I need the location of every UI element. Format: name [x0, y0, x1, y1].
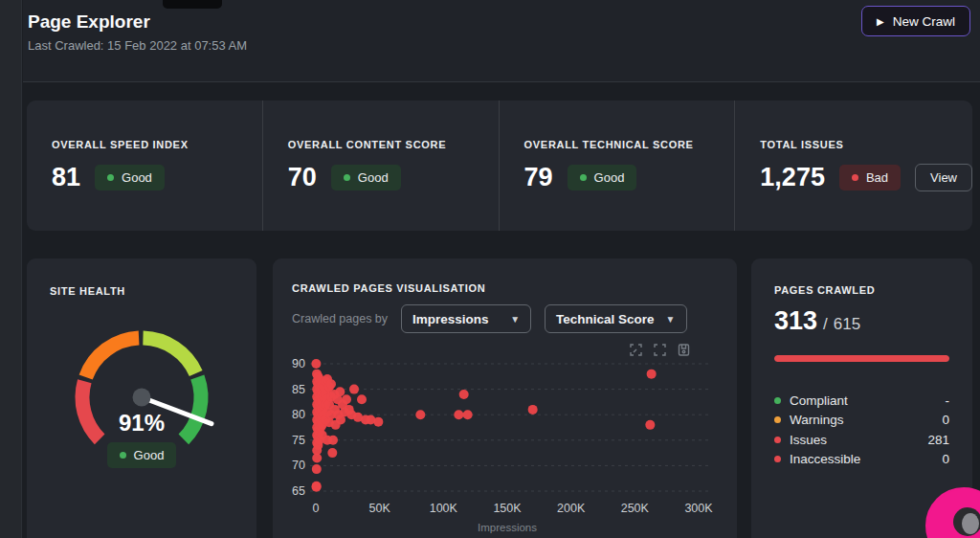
- play-icon: ▶: [877, 16, 884, 27]
- svg-text:70: 70: [292, 459, 305, 472]
- y-axis-metric-dropdown[interactable]: Technical Score ▼: [545, 304, 686, 333]
- site-health-title: SITE HEALTH: [50, 285, 125, 297]
- crawl-progress-fill: [774, 355, 949, 362]
- stat-label: OVERALL SPEED INDEX: [52, 139, 262, 150]
- svg-text:100K: 100K: [430, 502, 458, 515]
- issues-dot-icon: [774, 437, 781, 443]
- legend-row-issues: Issues 281: [774, 430, 949, 450]
- chevron-down-icon: ▼: [666, 314, 676, 325]
- stat-speed-index: OVERALL SPEED INDEX 81 Good: [27, 101, 262, 231]
- status-badge-label: Bad: [866, 170, 888, 185]
- stat-label: TOTAL ISSUES: [760, 139, 972, 150]
- visualisation-title: CRAWLED PAGES VISUALISATION: [292, 282, 485, 294]
- stat-value: 70: [288, 163, 317, 192]
- pages-crawled-total: 615: [834, 315, 860, 334]
- legend-value: -: [946, 393, 950, 408]
- legend-value: 0: [942, 413, 949, 427]
- status-badge-label: Good: [358, 170, 389, 185]
- svg-text:250K: 250K: [621, 502, 650, 515]
- crawl-progress-bar: [774, 355, 949, 362]
- dropdown-selected-value: Impressions: [412, 312, 489, 326]
- stat-value: 81: [52, 163, 80, 192]
- overview-stats-card: OVERALL SPEED INDEX 81 Good OVERALL CONT…: [27, 101, 972, 231]
- crawl-status-legend: Compliant - Warnings 0 Issues 281 Inacce…: [774, 391, 949, 469]
- stat-value: 1,275: [760, 163, 825, 192]
- svg-text:300K: 300K: [684, 502, 713, 515]
- status-badge: Good: [331, 165, 401, 191]
- svg-text:85: 85: [292, 383, 305, 396]
- svg-text:80: 80: [292, 408, 305, 421]
- legend-row-inaccessible: Inaccessible 0: [774, 450, 949, 470]
- inaccessible-dot-icon: [774, 456, 781, 462]
- status-dot-icon: [580, 174, 587, 181]
- site-health-value: 91%: [27, 410, 256, 437]
- stat-label: OVERALL TECHNICAL SCORE: [524, 139, 735, 150]
- stat-content-score: OVERALL CONTENT SCORE 70 Good: [262, 101, 499, 231]
- status-badge: Good: [568, 165, 637, 191]
- site-health-card: SITE HEALTH 91% Good: [27, 258, 256, 538]
- svg-text:50K: 50K: [369, 502, 391, 515]
- stat-value: 79: [524, 163, 553, 192]
- status-badge: Good: [95, 165, 165, 191]
- sidebar-edge: [0, 0, 22, 538]
- status-dot-icon: [107, 174, 114, 181]
- svg-text:0: 0: [313, 502, 320, 515]
- legend-label: Warnings: [790, 413, 844, 427]
- page-header: Page Explorer Last Crawled: 15 Feb 2022 …: [23, 0, 980, 82]
- status-dot-icon: [344, 174, 350, 181]
- compliant-dot-icon: [774, 397, 781, 404]
- status-badge-label: Good: [134, 448, 165, 462]
- svg-text:75: 75: [292, 434, 305, 447]
- warnings-dot-icon: [774, 416, 781, 423]
- legend-row-warnings: Warnings 0: [774, 411, 949, 431]
- pages-crawled-title: PAGES CRAWLED: [774, 284, 875, 296]
- dropdown-selected-value: Technical Score: [556, 312, 655, 326]
- crawled-pages-visualisation-card: CRAWLED PAGES VISUALISATION Crawled page…: [273, 258, 737, 538]
- pages-crawled-separator: /: [823, 315, 828, 334]
- site-health-badge: Good: [107, 442, 177, 468]
- status-badge-label: Good: [122, 170, 152, 185]
- legend-label: Compliant: [790, 393, 848, 408]
- stat-label: OVERALL CONTENT SCORE: [288, 139, 499, 150]
- legend-value: 0: [942, 452, 949, 466]
- crawled-pages-by-label: Crawled pages by: [292, 312, 388, 325]
- legend-label: Issues: [790, 433, 827, 447]
- new-crawl-button[interactable]: ▶ New Crawl: [861, 6, 970, 36]
- last-crawled-text: Last Crawled: 15 Feb 2022 at 07:53 AM: [28, 38, 247, 53]
- legend-row-compliant: Compliant -: [774, 391, 949, 411]
- stat-technical-score: OVERALL TECHNICAL SCORE 79 Good: [499, 101, 735, 231]
- x-axis-metric-dropdown[interactable]: Impressions ▼: [401, 304, 531, 333]
- status-badge-label: Good: [594, 170, 625, 185]
- svg-text:150K: 150K: [493, 502, 522, 515]
- svg-text:65: 65: [292, 484, 305, 498]
- recording-notch: [163, 0, 222, 9]
- status-dot-icon: [852, 174, 858, 181]
- stat-total-issues: TOTAL ISSUES 1,275 Bad View: [734, 101, 972, 231]
- legend-label: Inaccessible: [790, 452, 860, 466]
- svg-text:200K: 200K: [557, 502, 586, 515]
- legend-value: 281: [927, 433, 949, 447]
- status-badge: Bad: [839, 165, 901, 191]
- svg-text:Impressions: Impressions: [478, 522, 537, 533]
- chevron-down-icon: ▼: [510, 314, 520, 325]
- status-dot-icon: [120, 452, 126, 459]
- view-issues-button[interactable]: View: [915, 164, 972, 191]
- page-title: Page Explorer: [28, 11, 150, 33]
- pages-crawled-count: 313: [774, 306, 817, 336]
- new-crawl-label: New Crawl: [893, 14, 955, 29]
- scatter-plot[interactable]: 657075808590050K100K150K200K250K300KImpr…: [280, 349, 730, 538]
- svg-text:90: 90: [292, 357, 305, 370]
